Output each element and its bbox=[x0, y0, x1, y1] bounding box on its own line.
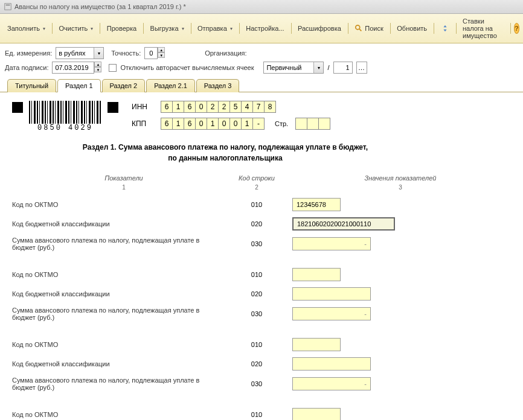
kpp-label: КПП bbox=[132, 119, 153, 128]
kbk-input-2[interactable] bbox=[292, 287, 371, 301]
precision-label: Точность: bbox=[111, 49, 141, 57]
row-sum: Сумма авансового платежа по налогу, подл… bbox=[12, 307, 511, 321]
marker-square-right bbox=[107, 102, 118, 113]
clear-button[interactable]: Очистить bbox=[55, 23, 97, 34]
row-oktmo: Код по ОКТМО 010 bbox=[12, 338, 511, 351]
tab-title[interactable]: Титульный bbox=[7, 79, 56, 92]
column-headers: Показатели Код строки Значения показател… bbox=[12, 174, 511, 182]
kpp-cells[interactable]: 61601001- bbox=[161, 118, 264, 130]
row-sum: Сумма авансового платежа по налогу, подл… bbox=[12, 377, 511, 391]
barcode: 0850 4029 bbox=[29, 101, 101, 132]
window-title: Авансы по налогу на имущество (за 1 квар… bbox=[14, 3, 186, 10]
sum-input-2[interactable]: - bbox=[292, 307, 371, 320]
toolbar: Заполнить Очистить Проверка Выгрузка Отп… bbox=[0, 14, 523, 43]
kbk-input-3[interactable] bbox=[292, 357, 371, 371]
disable-autocalc-checkbox[interactable] bbox=[109, 64, 117, 72]
tab-section21[interactable]: Раздел 2.1 bbox=[146, 79, 195, 92]
content: 0850 4029 ИНН 6160225478 КПП 61601001- С… bbox=[0, 92, 523, 420]
section-subtitle: по данным налогоплательщика bbox=[12, 154, 438, 162]
row-oktmo: Код по ОКТМО 010 bbox=[12, 268, 511, 281]
row-kbk: Код бюджетной классификации 020 bbox=[12, 287, 511, 301]
help-button[interactable]: ? bbox=[514, 23, 519, 34]
date-spinner[interactable]: ▲▼ bbox=[94, 62, 101, 74]
kind-select[interactable]: Первичный ▾ bbox=[263, 62, 324, 74]
sum-input-1[interactable]: - bbox=[292, 237, 371, 250]
svg-rect-1 bbox=[6, 5, 10, 6]
org-label: Организация: bbox=[205, 49, 246, 57]
refresh-button[interactable]: Обновить bbox=[393, 23, 431, 34]
barcode-number: 0850 4029 bbox=[37, 124, 93, 132]
header-block: 0850 4029 ИНН 6160225478 КПП 61601001- С… bbox=[12, 101, 511, 135]
date-label: Дата подписи: bbox=[5, 64, 48, 71]
column-numbers: 1 2 3 bbox=[12, 184, 511, 191]
updown-icon bbox=[441, 24, 449, 33]
rates-button[interactable]: Ставки налога на имущество bbox=[459, 16, 507, 41]
row-sum: Сумма авансового платежа по налогу, подл… bbox=[12, 237, 511, 251]
settings-button[interactable]: Настройка... bbox=[242, 23, 287, 34]
kind-num-input[interactable]: 1 bbox=[333, 62, 353, 74]
tab-section3[interactable]: Раздел 3 bbox=[196, 79, 240, 92]
svg-point-2 bbox=[356, 25, 360, 30]
row-kbk: Код бюджетной классификации 020 18210602… bbox=[12, 217, 511, 231]
unit-select[interactable]: в рублях ▾ bbox=[56, 47, 104, 59]
precision-spinner[interactable]: ▲▼ bbox=[158, 47, 165, 59]
inn-cells[interactable]: 6160225478 bbox=[161, 101, 275, 113]
unit-label: Ед. измерения: bbox=[5, 49, 52, 57]
search-button[interactable]: Поиск bbox=[351, 22, 387, 34]
export-button[interactable]: Выгрузка bbox=[147, 23, 188, 34]
page-cells[interactable] bbox=[295, 118, 330, 130]
tab-section1[interactable]: Раздел 1 bbox=[57, 79, 101, 92]
section-title: Раздел 1. Сумма авансового платежа по на… bbox=[12, 143, 438, 151]
dropdown-icon: ▾ bbox=[94, 48, 103, 59]
decode-button[interactable]: Расшифровка bbox=[294, 23, 345, 34]
tab-section2[interactable]: Раздел 2 bbox=[102, 79, 146, 92]
row-oktmo: Код по ОКТМО 010 bbox=[12, 408, 511, 420]
param-row-1: Ед. измерения: в рублях ▾ Точность: 0 ▲▼… bbox=[0, 43, 523, 60]
precision-input[interactable]: 0 bbox=[144, 47, 158, 59]
svg-line-3 bbox=[359, 29, 362, 31]
date-input[interactable]: 07.03.2019 bbox=[52, 62, 94, 74]
search-icon bbox=[355, 24, 363, 33]
svg-rect-0 bbox=[5, 4, 11, 10]
tabs: Титульный Раздел 1 Раздел 2 Раздел 2.1 Р… bbox=[0, 78, 523, 92]
oktmo-input-4[interactable] bbox=[292, 408, 341, 420]
marker-square-left bbox=[12, 102, 23, 113]
check-button[interactable]: Проверка bbox=[103, 23, 140, 34]
page-label: Стр. bbox=[275, 120, 288, 127]
fill-button[interactable]: Заполнить bbox=[4, 23, 49, 34]
kbk-input-1[interactable]: 18210602020021000110 bbox=[292, 217, 395, 231]
send-button[interactable]: Отправка bbox=[194, 23, 236, 34]
barcode-bars bbox=[29, 101, 101, 124]
oktmo-input-2[interactable] bbox=[292, 268, 341, 281]
row-kbk: Код бюджетной классификации 020 bbox=[12, 357, 511, 371]
param-row-2: Дата подписи: 07.03.2019 ▲▼ Отключить ав… bbox=[0, 60, 523, 78]
oktmo-input-3[interactable] bbox=[292, 338, 341, 351]
kind-sep: / bbox=[327, 64, 329, 71]
inn-label: ИНН bbox=[132, 103, 153, 111]
titlebar: Авансы по налогу на имущество (за 1 квар… bbox=[0, 0, 523, 14]
app-icon bbox=[4, 2, 12, 11]
kind-ellipsis-button[interactable]: … bbox=[356, 62, 367, 74]
row-oktmo: Код по ОКТМО 010 12345678 bbox=[12, 198, 511, 211]
dropdown-icon: ▾ bbox=[313, 62, 323, 73]
sum-input-3[interactable]: - bbox=[292, 377, 371, 390]
oktmo-input-1[interactable]: 12345678 bbox=[292, 198, 341, 211]
updown-button[interactable] bbox=[437, 22, 453, 34]
disable-autocalc-label: Отключить авторасчет вычисляемых ячеек bbox=[120, 64, 254, 71]
